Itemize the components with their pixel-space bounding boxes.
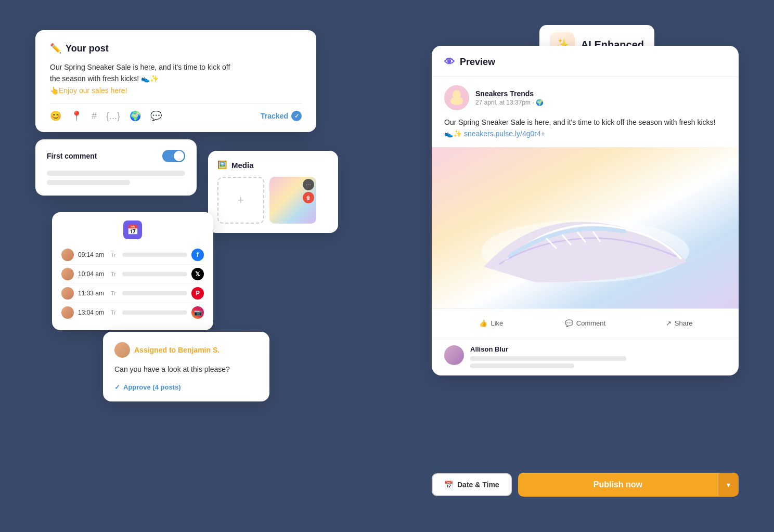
assignee-avatar (114, 342, 130, 358)
schedule-row-3: 11:33 am Tr P (61, 284, 204, 303)
comment-action[interactable]: 💬 Comment (538, 316, 633, 330)
assignee-name: Assigned to Benjamin S. (134, 346, 220, 354)
preview-comment-section: Allison Blur (432, 338, 739, 375)
schedule-header: 📅 (61, 220, 204, 239)
pencil-icon: ✏️ (50, 43, 61, 54)
share-icon: ↗ (666, 319, 672, 327)
comment-preview-line-2 (470, 364, 574, 368)
comment-action-icon: 💬 (565, 319, 573, 327)
preview-card: 👁 Preview Sneakers Trends 27 april, at 1… (432, 46, 739, 375)
media-overlay-buttons: ⋯ 🗑 (303, 179, 314, 203)
first-comment-card: First comment (35, 139, 197, 196)
media-more-button[interactable]: ⋯ (303, 179, 314, 190)
preview-actions: 👍 Like 💬 Comment ↗ Share (432, 308, 739, 338)
post-link[interactable]: Enjoy our sales here! (59, 86, 127, 95)
comment-line-1 (47, 171, 185, 176)
sneaker-image-svg (432, 147, 739, 308)
instagram-icon-4: 📷 (191, 306, 204, 319)
schedule-card: 📅 09:14 am Tr f 10:04 am Tr 𝕏 11:33 am T… (52, 212, 213, 330)
schedule-time-2: 10:04 am (78, 270, 107, 278)
approve-check-icon: ✓ (114, 383, 120, 391)
schedule-avatar-4 (61, 306, 74, 319)
schedule-time-1: 09:14 am (78, 251, 107, 258)
location-icon[interactable]: 📍 (71, 110, 82, 122)
toggle-knob (174, 151, 184, 161)
profile-name: Sneakers Trends (475, 89, 544, 98)
media-delete-button[interactable]: 🗑 (303, 192, 314, 203)
emoji-icon[interactable]: 😊 (50, 110, 61, 122)
schedule-avatar-1 (61, 249, 74, 261)
eye-icon: 👁 (444, 56, 455, 68)
profile-avatar (444, 85, 469, 110)
schedule-row-1: 09:14 am Tr f (61, 245, 204, 265)
schedule-line-4 (122, 310, 187, 315)
tracked-check-icon: ✓ (291, 111, 302, 121)
media-icon: 🖼️ (217, 160, 227, 170)
hashtag-icon[interactable]: # (92, 111, 97, 122)
media-upload-box[interactable]: + (217, 177, 264, 224)
share-action[interactable]: ↗ Share (632, 316, 726, 330)
preview-sneaker-image (432, 147, 739, 308)
media-image-box: ⋯ 🗑 (269, 177, 316, 224)
calendar-icon: 📅 (123, 220, 142, 239)
comment-content: Allison Blur (470, 345, 626, 368)
assignment-message: Can you have a look at this please? (114, 364, 258, 375)
facebook-icon-1: f (191, 249, 204, 261)
your-post-card: ✏️ Your post Our Spring Sneaker Sale is … (35, 30, 316, 132)
like-icon: 👍 (479, 319, 487, 327)
preview-title: 👁 Preview (444, 56, 726, 68)
schedule-line-3 (122, 291, 187, 295)
globe-icon[interactable]: 🌍 (130, 110, 141, 122)
preview-post-text: Our Spring Sneaker Sale is here, and it'… (432, 116, 739, 147)
pinterest-icon-3: P (191, 287, 204, 300)
your-post-title: ✏️ Your post (50, 43, 302, 54)
first-comment-header: First comment (47, 150, 185, 162)
media-card: 🖼️ Media + ⋯ 🗑 (208, 151, 338, 233)
publish-now-button[interactable]: Publish now ▾ (518, 473, 739, 497)
media-title: 🖼️ Media (217, 160, 329, 170)
bottom-action-bar: 📅 Date & Time Publish now ▾ (432, 473, 739, 497)
schedule-line-1 (122, 253, 187, 257)
first-comment-toggle[interactable] (162, 150, 185, 162)
assignment-header: Assigned to Benjamin S. (114, 342, 258, 358)
post-actions-bar: 😊 📍 # {...} 🌍 💬 Tracked ✓ (50, 103, 302, 122)
comment-icon[interactable]: 💬 (150, 110, 162, 122)
date-time-button[interactable]: 📅 Date & Time (432, 473, 512, 496)
comment-placeholder-lines (47, 171, 185, 185)
like-action[interactable]: 👍 Like (444, 316, 538, 330)
profile-meta: 27 april, at 13:37pm · 🌍 (475, 99, 544, 106)
profile-avatar-svg (444, 85, 469, 110)
commenter-avatar (444, 345, 464, 365)
schedule-avatar-2 (61, 268, 74, 280)
commenter-name: Allison Blur (470, 345, 626, 353)
commenter-text-lines (470, 356, 626, 368)
schedule-row-2: 10:04 am Tr 𝕏 (61, 265, 204, 284)
schedule-row-4: 13:04 pm Tr 📷 (61, 303, 204, 322)
tracked-badge: Tracked ✓ (261, 111, 302, 121)
preview-header: 👁 Preview (432, 46, 739, 77)
preview-profile: Sneakers Trends 27 april, at 13:37pm · 🌍 (432, 77, 739, 116)
profile-info: Sneakers Trends 27 april, at 13:37pm · 🌍 (475, 89, 544, 106)
schedule-time-4: 13:04 pm (78, 309, 107, 316)
comment-line-2 (47, 180, 130, 185)
approve-button[interactable]: ✓ Approve (4 posts) (114, 383, 258, 391)
twitter-icon-2: 𝕏 (191, 268, 204, 280)
schedule-avatar-3 (61, 287, 74, 300)
schedule-time-3: 11:33 am (78, 290, 107, 297)
publish-chevron-icon[interactable]: ▾ (718, 473, 739, 496)
media-grid: + ⋯ 🗑 (217, 177, 329, 224)
comment-preview-line-1 (470, 356, 626, 361)
preview-post-link[interactable]: sneakers.pulse.ly/4g0r4+ (464, 129, 545, 138)
calendar-btn-icon: 📅 (444, 481, 453, 489)
schedule-line-2 (122, 272, 187, 276)
first-comment-label: First comment (47, 152, 97, 160)
variable-icon[interactable]: {...} (106, 111, 120, 122)
post-text-body: Our Spring Sneaker Sale is here, and it'… (50, 61, 302, 96)
assignment-card: Assigned to Benjamin S. Can you have a l… (103, 332, 269, 401)
publish-now-label[interactable]: Publish now (518, 473, 718, 497)
svg-point-2 (453, 90, 461, 99)
